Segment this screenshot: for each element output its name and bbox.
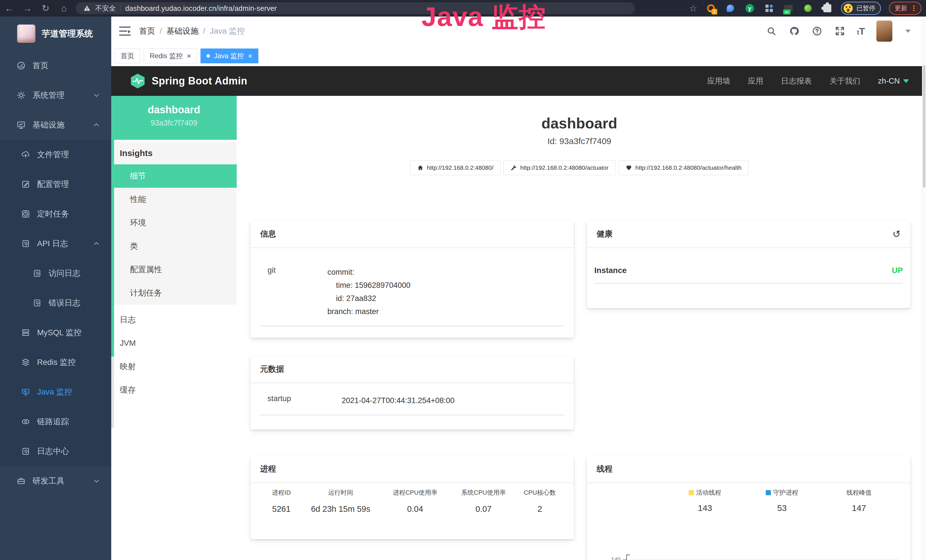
tab-redis-monitor[interactable]: Redis 监控 ×: [144, 48, 197, 64]
bookmark-star-icon[interactable]: ☆: [689, 3, 697, 14]
browser-toolbar-right: ☆ 1 y on 已暂停 更新 ⋮: [689, 2, 926, 15]
chevron-down-icon: [94, 478, 99, 483]
metadata-startup-label: startup: [268, 394, 342, 407]
app-logo-row[interactable]: 芋道管理系统: [0, 17, 111, 51]
info-card: 信息 git commit: time: 1596289704000 id: 2…: [250, 221, 574, 338]
sidebar-item-infra[interactable]: 基础设施: [0, 110, 111, 140]
threads-legend: 活动线程 143 守护进程 53 线程峰值 147: [673, 488, 900, 513]
url-text: dashboard.yudao.iocoder.cn/infra/admin-s…: [125, 4, 277, 12]
tab-java-monitor[interactable]: Java 监控 ×: [200, 48, 259, 64]
sidebar-item-tracing[interactable]: 链路追踪: [0, 407, 111, 436]
process-cpu: 0.04: [379, 504, 452, 514]
extension-loop-icon[interactable]: 1: [705, 3, 717, 14]
sba-item-environment[interactable]: 环境: [111, 211, 237, 235]
sba-instance-header[interactable]: dashboard 93a3fc7f7409: [111, 96, 237, 140]
sidebar-item-java-monitor[interactable]: Java 监控: [0, 377, 111, 407]
log-edit-icon: [33, 298, 42, 307]
sba-language-select[interactable]: zh-CN: [878, 77, 909, 86]
health-url-button[interactable]: http://192.168.0.2:48080/actuator/health: [619, 160, 749, 175]
history-icon[interactable]: ↺: [893, 228, 901, 240]
instance-title: dashboard: [237, 115, 922, 132]
font-size-icon[interactable]: tT: [857, 26, 865, 37]
sidebar-item-redis-monitor[interactable]: Redis 监控: [0, 348, 111, 377]
browser-update-button[interactable]: 更新 ⋮: [889, 2, 921, 15]
avatar-caret-icon[interactable]: [905, 30, 911, 33]
peak-threads-value: 147: [828, 503, 890, 513]
home-icon: [417, 165, 424, 171]
sidebar-item-scheduled-jobs[interactable]: 定时任务: [0, 199, 111, 229]
url-divider: [120, 5, 121, 12]
github-icon[interactable]: [788, 26, 800, 37]
clock-icon: [21, 209, 30, 218]
hamburger-icon[interactable]: [119, 27, 131, 36]
breadcrumb-current: Java 监控: [210, 26, 245, 36]
sidebar-item-system[interactable]: 系统管理: [0, 80, 111, 110]
metadata-card-header: 元数据: [250, 356, 574, 383]
extension-grid-icon[interactable]: [763, 3, 775, 14]
page-scrollbar-thumb[interactable]: [923, 65, 925, 188]
browser-home-icon[interactable]: ⌂: [55, 3, 73, 14]
page-scrollbar[interactable]: [922, 17, 926, 560]
sidebar-item-error-log[interactable]: 错误日志: [0, 288, 111, 318]
sba-item-mappings[interactable]: 映射: [111, 355, 237, 378]
sba-link-applications[interactable]: 应用: [748, 76, 763, 86]
sba-brand[interactable]: Spring Boot Admin: [130, 73, 247, 89]
sba-item-configprops[interactable]: 配置属性: [111, 258, 237, 281]
toolbox-icon: [17, 477, 26, 486]
breadcrumb-home[interactable]: 首页: [139, 26, 155, 36]
extensions-puzzle-icon[interactable]: [822, 3, 833, 14]
sba-item-details[interactable]: 细节: [111, 164, 237, 188]
process-card: 进程 进程ID 运行时间 进程CPU使用率 系统CPU使用率 CPU核心数 52…: [250, 456, 574, 539]
sba-link-wallboard[interactable]: 应用墙: [707, 76, 730, 86]
extension-pin-icon[interactable]: [725, 3, 736, 14]
actuator-url-button[interactable]: http://192.168.0.2:48080/actuator: [503, 160, 616, 175]
sidebar-item-file-manage[interactable]: 文件管理: [0, 140, 111, 170]
extension-leaf-icon[interactable]: [802, 3, 814, 14]
address-bar[interactable]: 不安全 dashboard.yudao.iocoder.cn/infra/adm…: [76, 2, 635, 14]
legend-daemon-threads: 守护进程 53: [750, 488, 813, 513]
sba-content: dashboard Id: 93a3fc7f7409 http://192.16…: [237, 96, 922, 560]
tab-close-icon[interactable]: ×: [248, 52, 253, 60]
daemon-threads-value: 53: [750, 503, 813, 513]
browser-reload-icon[interactable]: ↻: [36, 3, 55, 14]
sba-link-about[interactable]: 关于我们: [829, 76, 860, 86]
health-instance-label: Instance: [594, 266, 627, 275]
sba-item-jvm[interactable]: JVM: [111, 331, 237, 355]
sba-link-journal[interactable]: 日志报表: [781, 76, 812, 86]
extension-y-icon[interactable]: y: [744, 3, 755, 14]
sidebar-item-dev-tools[interactable]: 研发工具: [0, 466, 111, 496]
sidebar-item-log-center[interactable]: 日志中心: [0, 436, 111, 466]
sba-item-scheduled[interactable]: 计划任务: [111, 281, 237, 305]
sba-sidebar-scrollbar[interactable]: [111, 96, 114, 357]
sidebar-item-api-log[interactable]: API 日志: [0, 229, 111, 259]
browser-forward-icon[interactable]: →: [18, 3, 36, 14]
tab-home[interactable]: 首页: [115, 48, 140, 64]
search-icon[interactable]: [766, 26, 777, 37]
breadcrumb: 首页 / 基础设施 / Java 监控: [139, 26, 245, 36]
sba-item-logfile[interactable]: 日志: [111, 308, 237, 331]
sidebar-submenu-infra: 文件管理 配置管理 定时任务 API 日志 访问日志 错误日志: [0, 140, 111, 466]
sidebar-item-mysql-monitor[interactable]: MySQL 监控: [0, 318, 111, 348]
sba-item-metrics[interactable]: 性能: [111, 188, 237, 211]
sidebar-item-access-log[interactable]: 访问日志: [0, 259, 111, 288]
breadcrumb-section[interactable]: 基础设施: [166, 26, 198, 36]
sba-item-classes[interactable]: 类: [111, 235, 237, 258]
sba-nav-links: 应用墙 应用 日志报表 关于我们 zh-CN: [707, 76, 909, 86]
tab-close-icon[interactable]: ×: [187, 52, 191, 60]
fullscreen-icon[interactable]: [834, 26, 846, 37]
legend-peak-threads: 线程峰值 147: [828, 488, 890, 513]
browser-back-icon[interactable]: ←: [0, 3, 18, 14]
browser-profile-chip[interactable]: 已暂停: [841, 2, 881, 15]
extension-on-switch-icon[interactable]: on: [783, 3, 794, 14]
service-url-button[interactable]: http://192.168.0.2:48080/: [410, 160, 501, 175]
live-threads-value: 143: [673, 503, 736, 513]
sba-sidebar-scrollbar-track: [111, 357, 114, 428]
server-icon: [21, 328, 30, 337]
sidebar-item-home[interactable]: 首页: [0, 51, 111, 80]
sba-item-caches[interactable]: 缓存: [111, 378, 237, 402]
user-avatar[interactable]: [876, 21, 892, 42]
sidebar-item-config-manage[interactable]: 配置管理: [0, 170, 111, 199]
browser-menu-dots-icon[interactable]: ⋮: [910, 4, 917, 13]
info-git-label: git: [268, 266, 327, 318]
help-icon[interactable]: [811, 26, 823, 37]
